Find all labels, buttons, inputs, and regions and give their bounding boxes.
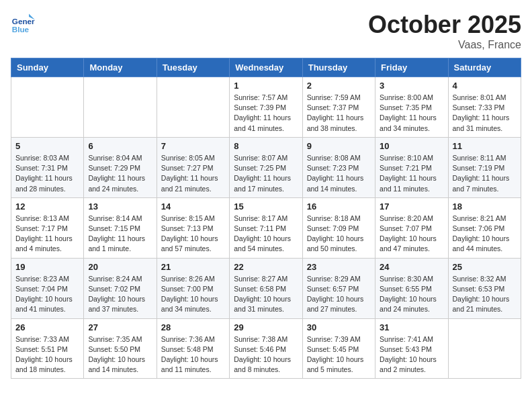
calendar-cell (11, 77, 84, 138)
calendar-cell: 8Sunrise: 8:07 AM Sunset: 7:25 PM Daylig… (230, 137, 302, 197)
day-info: Sunrise: 7:59 AM Sunset: 7:37 PM Dayligh… (307, 93, 371, 134)
day-info: Sunrise: 8:26 AM Sunset: 7:00 PM Dayligh… (161, 274, 225, 315)
day-info: Sunrise: 8:11 AM Sunset: 7:19 PM Dayligh… (453, 153, 517, 194)
day-info: Sunrise: 8:10 AM Sunset: 7:21 PM Dayligh… (380, 153, 443, 194)
day-number: 14 (161, 201, 225, 212)
calendar-cell: 28Sunrise: 7:36 AM Sunset: 5:48 PM Dayli… (157, 318, 229, 379)
calendar-cell: 2Sunrise: 7:59 AM Sunset: 7:37 PM Daylig… (302, 77, 375, 138)
calendar-cell: 6Sunrise: 8:04 AM Sunset: 7:29 PM Daylig… (84, 137, 157, 197)
day-number: 21 (161, 262, 225, 272)
day-info: Sunrise: 8:15 AM Sunset: 7:13 PM Dayligh… (161, 214, 225, 255)
svg-text:Blue: Blue (12, 25, 30, 34)
day-info: Sunrise: 7:57 AM Sunset: 7:39 PM Dayligh… (234, 93, 298, 134)
day-info: Sunrise: 8:07 AM Sunset: 7:25 PM Dayligh… (234, 153, 298, 194)
logo-icon: General Blue (11, 11, 35, 35)
calendar-cell: 16Sunrise: 8:18 AM Sunset: 7:09 PM Dayli… (302, 197, 375, 258)
calendar-cell: 14Sunrise: 8:15 AM Sunset: 7:13 PM Dayli… (157, 197, 229, 258)
calendar-cell: 7Sunrise: 8:05 AM Sunset: 7:27 PM Daylig… (157, 137, 229, 197)
logo: General Blue (11, 11, 38, 35)
day-number: 20 (88, 262, 152, 272)
day-number: 8 (234, 141, 298, 151)
day-number: 28 (161, 322, 225, 332)
calendar-week-row: 12Sunrise: 8:13 AM Sunset: 7:17 PM Dayli… (11, 197, 521, 258)
calendar-cell: 17Sunrise: 8:20 AM Sunset: 7:07 PM Dayli… (375, 197, 448, 258)
day-number: 24 (380, 262, 443, 272)
day-number: 11 (453, 141, 517, 151)
day-info: Sunrise: 7:35 AM Sunset: 5:50 PM Dayligh… (88, 334, 152, 375)
calendar-cell: 20Sunrise: 8:24 AM Sunset: 7:02 PM Dayli… (84, 258, 157, 318)
day-number: 19 (15, 262, 79, 272)
calendar-cell: 9Sunrise: 8:08 AM Sunset: 7:23 PM Daylig… (302, 137, 375, 197)
day-number: 30 (307, 322, 371, 332)
day-info: Sunrise: 7:39 AM Sunset: 5:45 PM Dayligh… (307, 334, 371, 375)
weekday-header-wednesday: Wednesday (230, 58, 302, 77)
day-info: Sunrise: 7:38 AM Sunset: 5:46 PM Dayligh… (234, 334, 298, 375)
weekday-header-row: SundayMondayTuesdayWednesdayThursdayFrid… (11, 58, 521, 77)
day-number: 17 (380, 201, 443, 212)
day-number: 3 (380, 81, 443, 91)
calendar-cell: 26Sunrise: 7:33 AM Sunset: 5:51 PM Dayli… (11, 318, 84, 379)
weekday-header-tuesday: Tuesday (157, 58, 229, 77)
calendar-cell: 31Sunrise: 7:41 AM Sunset: 5:43 PM Dayli… (375, 318, 448, 379)
day-info: Sunrise: 8:14 AM Sunset: 7:15 PM Dayligh… (88, 214, 152, 255)
day-info: Sunrise: 8:03 AM Sunset: 7:31 PM Dayligh… (15, 153, 79, 194)
day-number: 5 (15, 141, 79, 151)
calendar-cell: 5Sunrise: 8:03 AM Sunset: 7:31 PM Daylig… (11, 137, 84, 197)
weekday-header-sunday: Sunday (11, 58, 84, 77)
day-number: 23 (307, 262, 371, 272)
day-info: Sunrise: 7:36 AM Sunset: 5:48 PM Dayligh… (161, 334, 225, 375)
calendar-week-row: 5Sunrise: 8:03 AM Sunset: 7:31 PM Daylig… (11, 137, 521, 197)
calendar-cell (448, 318, 521, 379)
day-number: 29 (234, 322, 298, 332)
day-number: 6 (88, 141, 152, 151)
day-number: 27 (88, 322, 152, 332)
calendar-cell: 27Sunrise: 7:35 AM Sunset: 5:50 PM Dayli… (84, 318, 157, 379)
calendar-cell: 30Sunrise: 7:39 AM Sunset: 5:45 PM Dayli… (302, 318, 375, 379)
day-number: 13 (88, 201, 152, 212)
calendar-cell (84, 77, 157, 138)
day-number: 9 (307, 141, 371, 151)
calendar-cell: 29Sunrise: 7:38 AM Sunset: 5:46 PM Dayli… (230, 318, 302, 379)
calendar-cell: 4Sunrise: 8:01 AM Sunset: 7:33 PM Daylig… (448, 77, 521, 138)
calendar-cell: 10Sunrise: 8:10 AM Sunset: 7:21 PM Dayli… (375, 137, 448, 197)
day-info: Sunrise: 8:20 AM Sunset: 7:07 PM Dayligh… (380, 214, 443, 255)
day-info: Sunrise: 8:08 AM Sunset: 7:23 PM Dayligh… (307, 153, 371, 194)
day-info: Sunrise: 7:33 AM Sunset: 5:51 PM Dayligh… (15, 334, 79, 375)
calendar-cell: 19Sunrise: 8:23 AM Sunset: 7:04 PM Dayli… (11, 258, 84, 318)
day-info: Sunrise: 8:13 AM Sunset: 7:17 PM Dayligh… (15, 214, 79, 255)
day-info: Sunrise: 8:04 AM Sunset: 7:29 PM Dayligh… (88, 153, 152, 194)
calendar-cell: 12Sunrise: 8:13 AM Sunset: 7:17 PM Dayli… (11, 197, 84, 258)
calendar-cell: 3Sunrise: 8:00 AM Sunset: 7:35 PM Daylig… (375, 77, 448, 138)
day-info: Sunrise: 8:00 AM Sunset: 7:35 PM Dayligh… (380, 93, 443, 134)
page-header: General Blue October 2025 Vaas, France (11, 11, 521, 51)
day-number: 25 (453, 262, 517, 272)
day-number: 12 (15, 201, 79, 212)
day-info: Sunrise: 8:27 AM Sunset: 6:58 PM Dayligh… (234, 274, 298, 315)
day-number: 16 (307, 201, 371, 212)
day-info: Sunrise: 8:01 AM Sunset: 7:33 PM Dayligh… (453, 93, 517, 134)
calendar-week-row: 1Sunrise: 7:57 AM Sunset: 7:39 PM Daylig… (11, 77, 521, 138)
calendar-cell: 24Sunrise: 8:30 AM Sunset: 6:55 PM Dayli… (375, 258, 448, 318)
day-number: 4 (453, 81, 517, 91)
day-info: Sunrise: 8:23 AM Sunset: 7:04 PM Dayligh… (15, 274, 79, 315)
day-info: Sunrise: 8:17 AM Sunset: 7:11 PM Dayligh… (234, 214, 298, 255)
day-info: Sunrise: 8:21 AM Sunset: 7:06 PM Dayligh… (453, 214, 517, 255)
calendar-cell (157, 77, 229, 138)
calendar-cell: 25Sunrise: 8:32 AM Sunset: 6:53 PM Dayli… (448, 258, 521, 318)
day-info: Sunrise: 8:18 AM Sunset: 7:09 PM Dayligh… (307, 214, 371, 255)
day-info: Sunrise: 8:29 AM Sunset: 6:57 PM Dayligh… (307, 274, 371, 315)
day-number: 1 (234, 81, 298, 91)
weekday-header-saturday: Saturday (448, 58, 521, 77)
day-number: 26 (15, 322, 79, 332)
day-number: 31 (380, 322, 443, 332)
weekday-header-monday: Monday (84, 58, 157, 77)
location: Vaas, France (368, 39, 521, 51)
day-number: 2 (307, 81, 371, 91)
day-info: Sunrise: 7:41 AM Sunset: 5:43 PM Dayligh… (380, 334, 443, 375)
weekday-header-friday: Friday (375, 58, 448, 77)
day-info: Sunrise: 8:30 AM Sunset: 6:55 PM Dayligh… (380, 274, 443, 315)
title-block: October 2025 Vaas, France (368, 11, 521, 51)
day-number: 22 (234, 262, 298, 272)
calendar-week-row: 26Sunrise: 7:33 AM Sunset: 5:51 PM Dayli… (11, 318, 521, 379)
calendar-cell: 21Sunrise: 8:26 AM Sunset: 7:00 PM Dayli… (157, 258, 229, 318)
